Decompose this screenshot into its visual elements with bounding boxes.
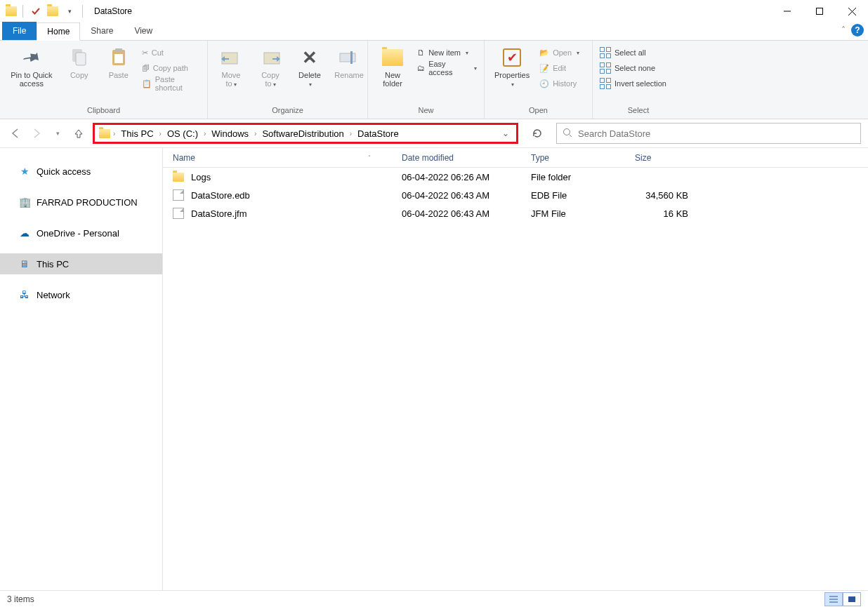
easyaccess-label: Easy access xyxy=(428,60,469,76)
back-button[interactable] xyxy=(7,125,24,142)
breadcrumb-item[interactable]: OS (C:) xyxy=(164,127,201,140)
file-type: EDB File xyxy=(521,190,625,201)
edit-button[interactable]: 📝Edit xyxy=(538,60,581,76)
sort-asc-icon: ˄ xyxy=(368,154,371,161)
navigation-bar: ▾ › This PC › OS (C:) › Windows › Softwa… xyxy=(0,119,868,147)
pin-quickaccess-button[interactable]: Pin to Quick access xyxy=(6,44,58,88)
svg-rect-8 xyxy=(114,54,123,63)
ribbon-collapse-icon[interactable]: ˄ xyxy=(841,25,846,35)
selectnone-icon xyxy=(600,62,611,74)
nav-quick-access[interactable]: ★Quick access xyxy=(0,161,162,182)
rename-button[interactable]: Rename xyxy=(331,44,367,79)
qat-separator xyxy=(22,5,23,18)
column-date[interactable]: Date modified xyxy=(392,153,521,163)
breadcrumb-item[interactable]: DataStore xyxy=(355,127,402,140)
open-button[interactable]: 📂Open▾ xyxy=(538,45,581,60)
copy-button[interactable]: Copy xyxy=(62,44,97,79)
easy-access-button[interactable]: 🗂Easy access▾ xyxy=(416,60,478,76)
select-all-button[interactable]: Select all xyxy=(598,45,668,60)
edit-label: Edit xyxy=(553,64,566,72)
network-icon: 🖧 xyxy=(18,288,31,301)
file-row[interactable]: DataStore.jfm06-04-2022 06:43 AMJFM File… xyxy=(163,204,868,222)
minimize-button[interactable] xyxy=(771,0,803,22)
newitem-icon: 🗋 xyxy=(417,48,425,57)
nav-label: Network xyxy=(37,290,70,300)
search-icon xyxy=(563,128,572,140)
breadcrumb-label: Windows xyxy=(211,128,249,139)
copy-icon xyxy=(68,46,91,69)
close-button[interactable] xyxy=(836,0,868,22)
delete-button[interactable]: ✕ Delete▾ xyxy=(292,44,327,88)
address-dropdown-icon[interactable]: ⌄ xyxy=(499,128,512,138)
breadcrumb-label: DataStore xyxy=(357,128,399,139)
column-type[interactable]: Type xyxy=(521,153,625,163)
nav-network[interactable]: 🖧Network xyxy=(0,284,162,305)
tab-share[interactable]: Share xyxy=(80,22,124,40)
chevron-icon[interactable]: › xyxy=(254,130,256,138)
nav-this-pc[interactable]: 🖥This PC xyxy=(0,253,162,274)
breadcrumb-item[interactable]: This PC xyxy=(118,127,156,140)
col-type-label: Type xyxy=(531,153,549,163)
invert-selection-button[interactable]: Invert selection xyxy=(598,76,668,91)
svg-rect-12 xyxy=(350,51,353,64)
chevron-icon[interactable]: › xyxy=(204,130,206,138)
qat-newfolder-icon[interactable] xyxy=(47,6,58,16)
tab-home[interactable]: Home xyxy=(37,22,80,41)
col-date-label: Date modified xyxy=(402,153,454,163)
paste-button[interactable]: Paste xyxy=(101,44,136,79)
open-label: Open xyxy=(553,48,572,57)
copyto-label: Copy to▾ xyxy=(257,71,284,88)
chevron-icon[interactable]: › xyxy=(350,130,352,138)
breadcrumb-item[interactable]: Windows xyxy=(209,127,251,140)
paste-shortcut-button[interactable]: 📋Paste shortcut xyxy=(140,76,202,91)
copy-to-button[interactable]: Copy to▾ xyxy=(253,44,288,88)
maximize-button[interactable] xyxy=(803,0,836,22)
properties-button[interactable]: ✔ Properties▾ xyxy=(490,44,534,88)
cut-button[interactable]: ✂Cut xyxy=(140,45,202,60)
new-folder-button[interactable]: New folder xyxy=(374,44,412,88)
qat-dropdown-icon[interactable]: ▾ xyxy=(63,4,77,18)
recent-locations-button[interactable]: ▾ xyxy=(49,125,66,142)
title-bar: ▾ DataStore xyxy=(0,0,868,22)
select-none-button[interactable]: Select none xyxy=(598,60,668,76)
pc-icon: 🖥 xyxy=(18,258,31,270)
file-list: Name˄ Date modified Type Size Logs06-04-… xyxy=(163,148,868,590)
window-title: DataStore xyxy=(94,6,132,16)
star-icon: ★ xyxy=(18,165,31,178)
tab-view[interactable]: View xyxy=(124,22,163,40)
chevron-icon[interactable]: › xyxy=(113,130,115,138)
nav-onedrive[interactable]: ☁OneDrive - Personal xyxy=(0,222,162,244)
address-bar[interactable]: › This PC › OS (C:) › Windows › Software… xyxy=(93,123,518,144)
history-button[interactable]: 🕘History xyxy=(538,76,581,91)
refresh-button[interactable] xyxy=(527,123,548,144)
move-to-button[interactable]: Move to▾ xyxy=(213,44,249,88)
column-name[interactable]: Name˄ xyxy=(163,153,392,163)
new-item-button[interactable]: 🗋New item▾ xyxy=(416,45,478,60)
nav-label: Quick access xyxy=(37,166,91,177)
file-size: 16 KB xyxy=(625,208,695,219)
up-button[interactable] xyxy=(70,125,87,142)
view-toggles xyxy=(824,592,861,606)
column-size[interactable]: Size xyxy=(625,153,695,163)
forward-button[interactable] xyxy=(28,125,45,142)
thumbnails-view-button[interactable] xyxy=(843,592,861,606)
help-icon[interactable]: ? xyxy=(851,24,864,36)
copy-path-button[interactable]: 🗐Copy path xyxy=(140,60,202,76)
search-input[interactable] xyxy=(578,128,855,139)
chevron-icon[interactable]: › xyxy=(159,130,162,138)
file-row[interactable]: Logs06-04-2022 06:26 AMFile folder xyxy=(163,168,868,186)
svg-rect-7 xyxy=(115,48,122,52)
breadcrumb-item[interactable]: SoftwareDistribution xyxy=(259,127,346,140)
svg-rect-1 xyxy=(817,8,823,15)
invert-label: Invert selection xyxy=(614,79,666,88)
tab-file[interactable]: File xyxy=(2,22,37,40)
col-name-label: Name xyxy=(173,153,195,163)
nav-farrad[interactable]: 🏢FARRAD PRODUCTION xyxy=(0,192,162,213)
search-box[interactable] xyxy=(556,123,861,144)
ribbon-tabs: File Home Share View ˄ ? xyxy=(0,22,868,41)
details-view-button[interactable] xyxy=(824,592,843,606)
pastesc-label: Paste shortcut xyxy=(155,75,200,92)
qat-properties-icon[interactable] xyxy=(29,4,43,18)
select-group-label: Select xyxy=(598,106,678,117)
file-row[interactable]: DataStore.edb06-04-2022 06:43 AMEDB File… xyxy=(163,186,868,204)
